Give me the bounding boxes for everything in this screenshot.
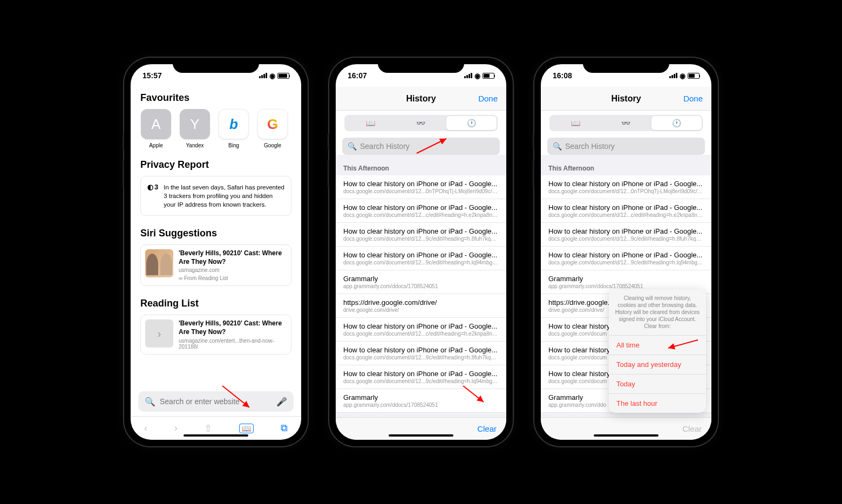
nav-title: History <box>611 94 641 104</box>
history-item[interactable]: How to clear history on iPhone or iPad -… <box>336 223 506 247</box>
svg-line-3 <box>668 340 698 348</box>
clear-option[interactable]: The last hour <box>609 394 706 413</box>
bookmarks-icon[interactable]: 📖 <box>239 424 254 433</box>
done-button[interactable]: Done <box>683 94 703 103</box>
svg-line-2 <box>463 386 484 402</box>
favourites-heading: Favourites <box>131 87 301 107</box>
segmented-control: 📖 👓 🕐 <box>549 115 703 131</box>
privacy-text: In the last seven days, Safari has preve… <box>164 183 284 209</box>
clear-option[interactable]: Today and yesterday <box>609 355 706 374</box>
tab-bookmarks[interactable]: 📖 <box>551 116 601 130</box>
history-item[interactable]: How to clear history on iPhone or iPad -… <box>541 247 711 270</box>
reading-url: usmagazine.com/entert...then-and-now-201… <box>179 338 287 350</box>
back-icon[interactable]: ‹ <box>144 423 147 434</box>
signal-icon <box>259 73 267 78</box>
history-item-url: docs.google.com/document/d/12...9c/edit#… <box>343 236 499 242</box>
history-item[interactable]: How to clear history on iPhone or iPad -… <box>336 318 506 342</box>
suggestion-thumbnail <box>145 249 173 277</box>
segmented-control: 📖 👓 🕐 <box>344 115 498 131</box>
clock-icon: 🕐 <box>467 119 476 127</box>
siri-suggestion[interactable]: 'Beverly Hills, 90210' Cast: Where Are T… <box>140 244 291 286</box>
reading-list-item[interactable]: › 'Beverly Hills, 90210' Cast: Where Are… <box>140 315 291 354</box>
nav-title: History <box>406 94 436 104</box>
forward-icon[interactable]: › <box>174 423 178 434</box>
tab-history[interactable]: 🕐 <box>446 116 497 130</box>
search-placeholder: Search History <box>565 142 615 151</box>
history-item[interactable]: https://drive.google.com/drive/drive.goo… <box>336 294 506 318</box>
history-item[interactable]: How to clear history on iPhone or iPad -… <box>336 342 506 365</box>
nav-bar: History Done <box>541 87 711 111</box>
history-item-url: docs.google.com/document/d/12...9c/edit#… <box>343 260 499 265</box>
status-time: 15:57 <box>142 71 162 80</box>
history-item-title: How to clear history on iPhone or iPad -… <box>548 227 704 235</box>
favourite-icon: A <box>141 109 171 139</box>
search-history-bar[interactable]: 🔍 Search History <box>547 138 705 155</box>
suggestion-title: 'Beverly Hills, 90210' Cast: Where Are T… <box>179 249 287 266</box>
favourite-icon: G <box>257 109 288 139</box>
history-item-url: app.grammarly.com/ddocs/1708524051 <box>548 283 704 289</box>
favourite-apple[interactable]: AApple <box>140 109 172 148</box>
phone-history-clear-menu: 16:08 ◉ History Done 📖 👓 🕐 🔍 Search Hist… <box>534 58 718 446</box>
history-item[interactable]: How to clear history on iPhone or iPad -… <box>336 175 506 199</box>
annotation-arrow <box>458 380 490 407</box>
battery-icon <box>688 73 700 79</box>
annotation-arrow <box>411 134 454 156</box>
history-item-title: How to clear history on iPhone or iPad -… <box>343 322 499 330</box>
favourite-label: Yandex <box>186 142 203 148</box>
history-section-header: This Afternoon <box>541 155 711 175</box>
address-bar[interactable]: 🔍 🎤 <box>138 391 294 412</box>
signal-icon <box>669 73 677 78</box>
phone-history: 16:07 ◉ History Done 📖 👓 🕐 🔍 Search Hist… <box>329 58 513 446</box>
svg-line-0 <box>222 386 249 407</box>
svg-line-1 <box>417 139 446 153</box>
history-item[interactable]: How to clear history on iPhone or iPad -… <box>336 199 506 223</box>
history-item[interactable]: How to clear history on iPhone or iPad -… <box>336 247 506 270</box>
tab-history[interactable]: 🕐 <box>651 116 702 130</box>
home-indicator[interactable] <box>594 434 658 437</box>
suggestion-source: usmagazine.com <box>179 267 287 273</box>
microphone-icon[interactable]: 🎤 <box>276 397 287 407</box>
home-indicator[interactable] <box>184 434 248 437</box>
status-time: 16:08 <box>553 71 572 80</box>
history-item-url: app.grammarly.com/ddocs/1708524051 <box>343 283 499 289</box>
clear-button[interactable]: Clear <box>477 424 497 433</box>
reading-thumbnail: › <box>145 319 173 348</box>
favourite-yandex[interactable]: YYandex <box>179 109 210 148</box>
history-item[interactable]: How to clear history on iPhone or iPad -… <box>541 175 711 199</box>
history-item-url: docs.google.com/document/d/12...0nTPOhqT… <box>343 188 499 194</box>
tab-bookmarks[interactable]: 📖 <box>345 116 396 130</box>
search-icon: 🔍 <box>145 397 155 407</box>
history-item-url: docs.google.com/document/d/12...0nTPOhqT… <box>548 188 704 194</box>
history-item[interactable]: Grammarlyapp.grammarly.com/ddocs/1708524… <box>336 270 506 294</box>
favourite-google[interactable]: GGoogle <box>257 109 288 148</box>
history-item-url: docs.google.com/document/d/12...9c/edit#… <box>548 260 704 265</box>
status-time: 16:07 <box>348 71 367 80</box>
history-item[interactable]: How to clear history on iPhone or iPad -… <box>541 223 711 247</box>
history-item-url: drive.google.com/drive/ <box>343 307 499 313</box>
popover-description: Clearing will remove history, cookies an… <box>609 289 706 336</box>
nav-bar: History Done <box>336 87 506 111</box>
history-item[interactable]: How to clear history on iPhone or iPad -… <box>541 199 711 223</box>
phone-safari-start: 15:57 ◉ Favourites AAppleYYandexbBingGGo… <box>124 58 308 446</box>
favourite-bing[interactable]: bBing <box>218 109 249 148</box>
history-item-url: docs.google.com/document/d/12...9c/edit#… <box>548 236 704 242</box>
glasses-icon: 👓 <box>621 119 630 127</box>
tabs-icon[interactable]: ⧉ <box>281 423 288 434</box>
done-button[interactable]: Done <box>478 94 498 103</box>
clear-option[interactable]: Today <box>609 374 706 394</box>
tab-reading-list[interactable]: 👓 <box>601 116 651 130</box>
history-item-title: How to clear history on iPhone or iPad -… <box>548 180 704 188</box>
favourite-label: Apple <box>149 142 163 148</box>
annotation-arrow <box>217 380 260 413</box>
wifi-icon: ◉ <box>474 72 480 80</box>
privacy-report-card[interactable]: ◐3 In the last seven days, Safari has pr… <box>140 176 291 216</box>
share-icon[interactable]: ⇧ <box>204 423 212 434</box>
wifi-icon: ◉ <box>680 72 685 80</box>
tab-reading-list[interactable]: 👓 <box>396 116 446 130</box>
battery-icon <box>277 73 289 79</box>
history-item-url: docs.google.com/document/d/12...c/edit#h… <box>343 212 499 218</box>
history-item-title: Grammarly <box>343 275 499 283</box>
history-item-url: docs.google.com/document/d/12...9c/edit#… <box>343 355 499 360</box>
home-indicator[interactable] <box>389 434 453 437</box>
signal-icon <box>464 73 472 78</box>
